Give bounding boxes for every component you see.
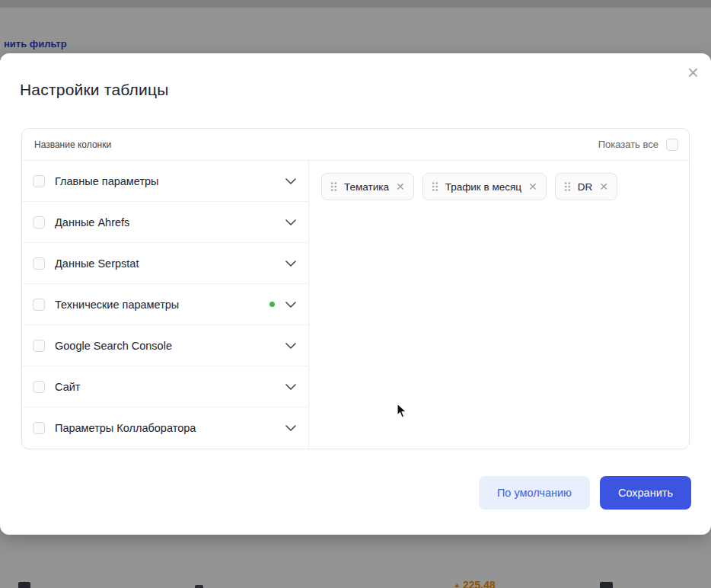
category-checkbox[interactable] — [33, 216, 45, 228]
category-row-main-params[interactable]: Главные параметры — [22, 161, 308, 202]
chip-tematika[interactable]: Тематика ✕ — [321, 173, 414, 200]
show-all-checkbox[interactable] — [666, 139, 678, 151]
category-label: Данные Serpstat — [55, 257, 285, 270]
chevron-down-icon[interactable] — [285, 343, 296, 349]
category-checkbox[interactable] — [33, 340, 45, 352]
remove-chip-icon[interactable]: ✕ — [396, 181, 405, 192]
category-list: Главные параметры Данные Ahrefs Данные S… — [22, 161, 309, 449]
chip-label: Тематика — [344, 181, 389, 193]
remove-chip-icon[interactable]: ✕ — [528, 181, 537, 192]
chevron-down-icon[interactable] — [285, 219, 296, 225]
chevron-down-icon[interactable] — [285, 384, 296, 390]
chevron-down-icon[interactable] — [285, 425, 296, 431]
category-row-serpstat[interactable]: Данные Serpstat — [22, 243, 308, 284]
chevron-down-icon[interactable] — [285, 178, 296, 184]
category-label: Сайт — [55, 381, 285, 393]
drag-handle-icon[interactable] — [432, 181, 438, 192]
default-button[interactable]: По умолчанию — [479, 476, 590, 510]
panel-header: Название колонки Показать все — [22, 129, 689, 161]
category-checkbox[interactable] — [33, 257, 45, 270]
table-settings-modal: Настройки таблицы × Название колонки Пок… — [0, 53, 711, 535]
modal-title: Настройки таблицы — [20, 81, 168, 99]
selected-columns-area: Тематика ✕ Трафик в месяц ✕ — [309, 161, 689, 449]
category-row-ahrefs[interactable]: Данные Ahrefs — [22, 202, 308, 243]
category-checkbox[interactable] — [33, 175, 45, 187]
chip-trafik-v-mesyac[interactable]: Трафик в месяц ✕ — [422, 173, 547, 200]
category-checkbox[interactable] — [33, 299, 45, 311]
chips-row: Тематика ✕ Трафик в месяц ✕ — [321, 173, 677, 200]
panel-body: Главные параметры Данные Ahrefs Данные S… — [22, 161, 689, 449]
category-checkbox[interactable] — [33, 381, 45, 393]
chevron-down-icon[interactable] — [285, 260, 296, 267]
category-label: Технические параметры — [55, 299, 269, 311]
chip-label: Трафик в месяц — [445, 181, 521, 193]
column-name-heading: Название колонки — [34, 139, 111, 150]
category-row-collaborator-params[interactable]: Параметры Коллаборатора — [22, 407, 308, 449]
category-label: Параметры Коллаборатора — [55, 422, 285, 434]
drag-handle-icon[interactable] — [564, 181, 571, 192]
chip-label: DR — [578, 181, 593, 193]
drag-handle-icon[interactable] — [330, 181, 337, 192]
category-row-technical-params[interactable]: Технические параметры — [22, 284, 308, 325]
active-status-dot — [269, 302, 275, 307]
show-all-label: Показать все — [598, 139, 658, 150]
category-row-site[interactable]: Сайт — [22, 366, 308, 407]
chip-dr[interactable]: DR ✕ — [555, 173, 617, 200]
chevron-down-icon[interactable] — [285, 302, 296, 308]
category-label: Главные параметры — [55, 175, 285, 187]
remove-chip-icon[interactable]: ✕ — [599, 181, 608, 192]
close-icon[interactable]: × — [684, 59, 702, 85]
modal-footer: По умолчанию Сохранить — [479, 476, 691, 510]
category-row-google-search-console[interactable]: Google Search Console — [22, 325, 308, 366]
category-label: Данные Ahrefs — [55, 216, 285, 228]
category-checkbox[interactable] — [33, 422, 45, 434]
category-label: Google Search Console — [55, 340, 285, 352]
columns-panel: Название колонки Показать все Главные па… — [21, 128, 690, 449]
show-all-control: Показать все — [598, 139, 678, 151]
save-button[interactable]: Сохранить — [600, 476, 691, 510]
